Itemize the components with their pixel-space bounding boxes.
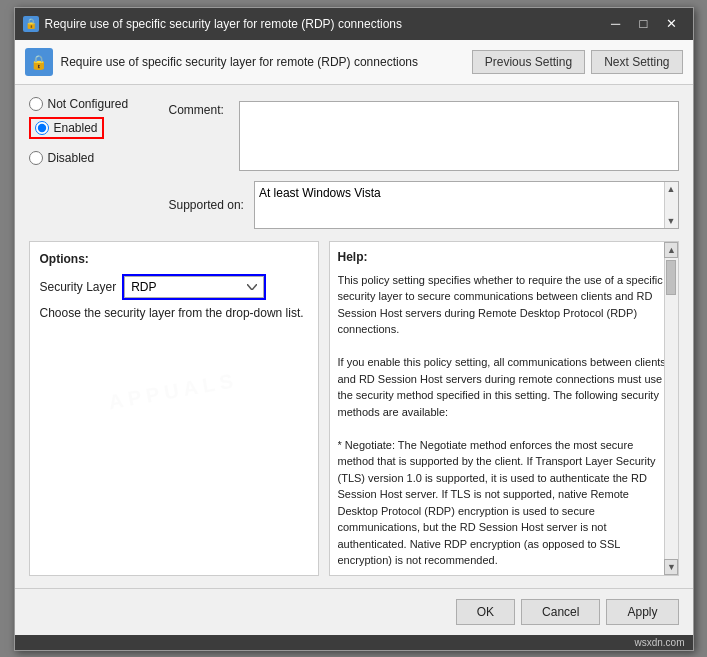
supported-label: Supported on: xyxy=(169,198,244,212)
security-layer-label: Security Layer xyxy=(40,280,117,294)
header-icon: 🔒 xyxy=(25,48,53,76)
security-layer-select[interactable]: Negotiate RDP SSL (TLS 1.0) xyxy=(124,276,264,298)
help-scrollbar: ▲ ▼ xyxy=(664,242,678,575)
footer: OK Cancel Apply xyxy=(15,588,693,635)
options-panel: Options: Security Layer Negotiate RDP SS… xyxy=(29,241,319,576)
next-setting-button[interactable]: Next Setting xyxy=(591,50,682,74)
enabled-item: Enabled xyxy=(29,117,104,139)
minimize-button[interactable]: ─ xyxy=(603,14,629,34)
help-scroll-thumb[interactable] xyxy=(666,260,676,295)
security-layer-row: Security Layer Negotiate RDP SSL (TLS 1.… xyxy=(40,276,308,298)
enabled-label: Enabled xyxy=(54,121,98,135)
main-window: 🔒 Require use of specific security layer… xyxy=(14,7,694,651)
prev-setting-button[interactable]: Previous Setting xyxy=(472,50,585,74)
window-icon: 🔒 xyxy=(23,16,39,32)
choose-text: Choose the security layer from the drop-… xyxy=(40,306,308,320)
disabled-radio[interactable] xyxy=(29,151,43,165)
help-scroll-up[interactable]: ▲ xyxy=(664,242,678,258)
help-panel: Help: This policy setting specifies whet… xyxy=(329,241,679,576)
ok-button[interactable]: OK xyxy=(456,599,515,625)
content-area: Not Configured Enabled Disabled Comment:… xyxy=(15,85,693,588)
supported-scroll-down[interactable]: ▼ xyxy=(665,214,678,228)
not-configured-label: Not Configured xyxy=(48,97,129,111)
header-buttons: Previous Setting Next Setting xyxy=(472,50,683,74)
comment-section: Comment: xyxy=(169,101,679,171)
supported-section: Supported on: At least Windows Vista ▲ ▼ xyxy=(169,181,679,229)
disabled-label: Disabled xyxy=(48,151,95,165)
credit-text: wsxdn.com xyxy=(634,637,684,648)
watermark: APPUALS xyxy=(40,350,308,403)
supported-value: At least Windows Vista xyxy=(259,186,381,200)
title-bar-text: Require use of specific security layer f… xyxy=(45,17,402,31)
cancel-button[interactable]: Cancel xyxy=(521,599,600,625)
comment-label: Comment: xyxy=(169,101,229,171)
header-bar: 🔒 Require use of specific security layer… xyxy=(15,40,693,85)
not-configured-radio[interactable] xyxy=(29,97,43,111)
supported-scroll-up[interactable]: ▲ xyxy=(665,182,678,196)
close-button[interactable]: ✕ xyxy=(659,14,685,34)
maximize-button[interactable]: □ xyxy=(631,14,657,34)
header-title: Require use of specific security layer f… xyxy=(61,55,418,69)
comment-textarea[interactable] xyxy=(239,101,679,171)
help-scroll-down[interactable]: ▼ xyxy=(664,559,678,575)
credit-bar: wsxdn.com xyxy=(15,635,693,650)
apply-button[interactable]: Apply xyxy=(606,599,678,625)
title-bar: 🔒 Require use of specific security layer… xyxy=(15,8,693,40)
help-title: Help: xyxy=(338,250,670,264)
title-bar-left: 🔒 Require use of specific security layer… xyxy=(23,16,402,32)
help-text: This policy setting specifies whether to… xyxy=(338,272,670,567)
title-bar-controls: ─ □ ✕ xyxy=(603,14,685,34)
enabled-radio[interactable] xyxy=(35,121,49,135)
options-title: Options: xyxy=(40,252,308,266)
header-left: 🔒 Require use of specific security layer… xyxy=(25,48,418,76)
two-column-section: Options: Security Layer Negotiate RDP SS… xyxy=(29,241,679,576)
